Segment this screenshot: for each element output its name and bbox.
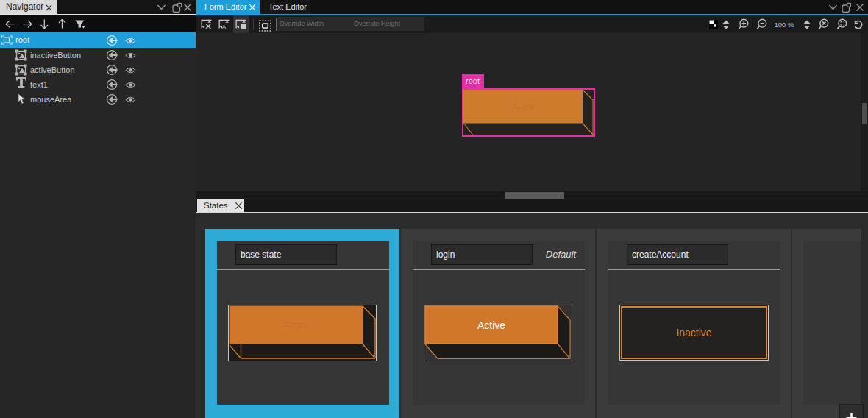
svg-text:Active: Active — [284, 320, 308, 330]
svg-text:Active: Active — [512, 102, 534, 110]
svg-text:A: A — [221, 23, 227, 31]
svg-text:Active: Active — [477, 319, 505, 331]
